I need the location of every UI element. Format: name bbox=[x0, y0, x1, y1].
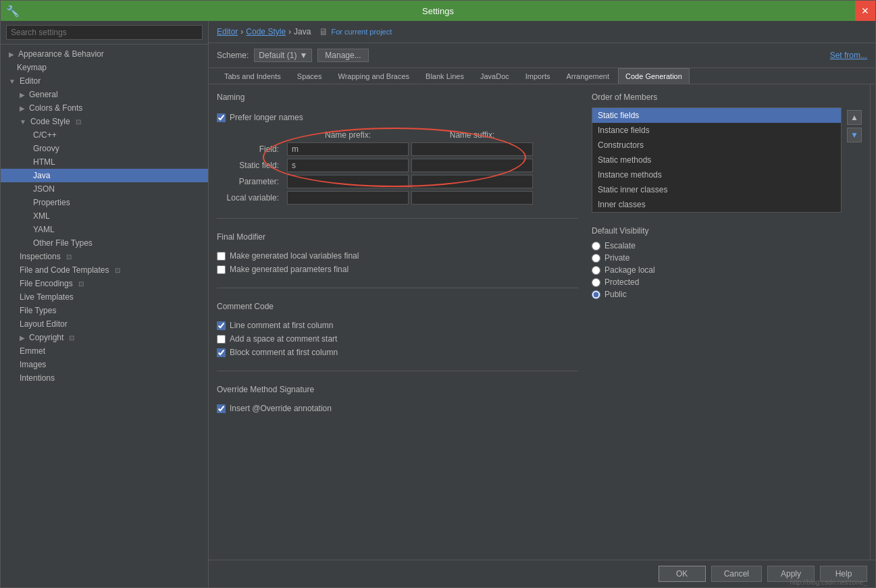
sidebar-item-cpp[interactable]: C/C++ bbox=[1, 128, 208, 142]
manage-button[interactable]: Manage... bbox=[317, 49, 368, 62]
order-item-inner-classes[interactable]: Inner classes bbox=[592, 197, 841, 212]
order-item-instance-fields[interactable]: Instance fields bbox=[592, 123, 841, 138]
sidebar-item-emmet[interactable]: Emmet bbox=[1, 344, 208, 358]
static-field-suffix-input[interactable] bbox=[411, 159, 533, 172]
sidebar-item-live-templates[interactable]: Live Templates bbox=[1, 290, 208, 304]
sidebar-item-properties[interactable]: Properties bbox=[1, 196, 208, 209]
sidebar-item-file-encodings[interactable]: File Encodings ⊡ bbox=[1, 277, 208, 290]
expand-arrow: ▶ bbox=[20, 91, 25, 99]
project-note: For current project bbox=[331, 28, 392, 36]
insert-override-checkbox[interactable] bbox=[217, 404, 226, 413]
copy-icon: ⊡ bbox=[115, 267, 120, 274]
visibility-protected-radio[interactable] bbox=[592, 278, 600, 287]
move-down-button[interactable]: ▼ bbox=[847, 128, 862, 142]
tab-tabs-indents[interactable]: Tabs and Indents bbox=[217, 68, 288, 84]
prefer-longer-label: Prefer longer names bbox=[230, 113, 303, 122]
visibility-escalate-radio[interactable] bbox=[592, 242, 600, 250]
sidebar-item-label: Properties bbox=[33, 198, 70, 207]
sidebar-item-editor[interactable]: ▼ Editor bbox=[1, 74, 208, 88]
sidebar-item-html[interactable]: HTML bbox=[1, 155, 208, 169]
sidebar-item-groovy[interactable]: Groovy bbox=[1, 142, 208, 155]
local-var-suffix-input[interactable] bbox=[411, 191, 533, 205]
tab-arrangement[interactable]: Arrangement bbox=[559, 68, 617, 84]
params-final-checkbox[interactable] bbox=[217, 265, 226, 274]
default-visibility-section: Default Visibility Escalate Private bbox=[592, 226, 862, 302]
separator-3 bbox=[217, 371, 578, 371]
breadcrumb-editor[interactable]: Editor bbox=[217, 27, 238, 36]
sidebar-item-images[interactable]: Images bbox=[1, 358, 208, 371]
parameter-suffix-input[interactable] bbox=[411, 175, 533, 188]
expand-arrow: ▶ bbox=[9, 51, 14, 58]
parameter-prefix-input[interactable] bbox=[287, 175, 409, 188]
order-item-constructors[interactable]: Constructors bbox=[592, 138, 841, 153]
tab-wrapping[interactable]: Wrapping and Braces bbox=[331, 68, 417, 84]
visibility-package-local-radio[interactable] bbox=[592, 266, 600, 275]
sidebar-item-java[interactable]: Java bbox=[1, 169, 208, 182]
visibility-private-radio[interactable] bbox=[592, 254, 600, 263]
prefer-longer-row: Prefer longer names bbox=[217, 113, 578, 122]
block-comment-label: Block comment at first column bbox=[230, 348, 338, 357]
sidebar-item-inspections[interactable]: Inspections ⊡ bbox=[1, 250, 208, 263]
sidebar-item-xml[interactable]: XML bbox=[1, 209, 208, 223]
project-note-icon: 🖥 bbox=[319, 26, 328, 37]
order-item-static-inner-classes[interactable]: Static inner classes bbox=[592, 182, 841, 197]
sidebar-item-label: Groovy bbox=[33, 144, 59, 153]
scheme-bar: Scheme: Default (1) ▼ Manage... Set from… bbox=[209, 43, 875, 68]
sidebar-item-file-code-templates[interactable]: File and Code Templates ⊡ bbox=[1, 263, 208, 277]
add-space-comment-label: Add a space at comment start bbox=[230, 334, 337, 344]
line-comment-row: Line comment at first column bbox=[217, 321, 578, 330]
static-field-prefix-input[interactable] bbox=[287, 159, 409, 172]
name-suffix-header: Name suffix: bbox=[411, 130, 533, 140]
ok-button[interactable]: OK bbox=[659, 566, 706, 582]
sidebar-item-file-types[interactable]: File Types bbox=[1, 304, 208, 317]
sidebar-item-json[interactable]: JSON bbox=[1, 182, 208, 196]
set-from-link[interactable]: Set from... bbox=[830, 51, 867, 60]
visibility-package-local-label: Package local bbox=[604, 265, 655, 275]
tab-javadoc[interactable]: JavaDoc bbox=[473, 68, 517, 84]
search-input[interactable] bbox=[6, 25, 203, 40]
breadcrumb-java: Java bbox=[294, 27, 311, 36]
sidebar-item-label: Keymap bbox=[17, 63, 47, 72]
sidebar-item-layout-editor[interactable]: Layout Editor bbox=[1, 317, 208, 331]
tab-spaces[interactable]: Spaces bbox=[290, 68, 330, 84]
sidebar-item-general[interactable]: ▶ General bbox=[1, 88, 208, 101]
sidebar-item-label: Layout Editor bbox=[20, 319, 68, 329]
line-comment-checkbox[interactable] bbox=[217, 321, 226, 330]
scheme-label: Scheme: bbox=[217, 51, 249, 60]
sidebar-item-yaml[interactable]: YAML bbox=[1, 223, 208, 236]
add-space-comment-checkbox[interactable] bbox=[217, 335, 226, 344]
sidebar-item-code-style[interactable]: ▼ Code Style ⊡ bbox=[1, 115, 208, 128]
scheme-dropdown[interactable]: Default (1) ▼ bbox=[254, 49, 312, 62]
sidebar-item-intentions[interactable]: Intentions bbox=[1, 371, 208, 385]
sidebar-item-copyright[interactable]: ▶ Copyright ⊡ bbox=[1, 331, 208, 344]
scrollbar-track[interactable] bbox=[870, 84, 875, 560]
field-suffix-input[interactable] bbox=[411, 142, 533, 156]
tab-imports[interactable]: Imports bbox=[518, 68, 558, 84]
sidebar-item-keymap[interactable]: Keymap bbox=[1, 61, 208, 74]
tab-blank-lines[interactable]: Blank Lines bbox=[418, 68, 471, 84]
order-item-static-fields[interactable]: Static fields bbox=[592, 108, 841, 123]
visibility-public-radio[interactable] bbox=[592, 290, 600, 299]
main-panel: Editor › Code Style › Java 🖥 For current… bbox=[209, 21, 875, 587]
naming-section: Naming Prefer longer names Name pr bbox=[217, 92, 578, 205]
local-var-prefix-input[interactable] bbox=[287, 191, 409, 205]
sidebar-item-label: Inspections bbox=[20, 252, 61, 261]
cancel-button[interactable]: Cancel bbox=[711, 566, 762, 582]
visibility-private-label: Private bbox=[604, 253, 629, 263]
prefer-longer-checkbox[interactable] bbox=[217, 113, 226, 122]
order-item-instance-methods[interactable]: Instance methods bbox=[592, 167, 841, 182]
sidebar-item-colors-fonts[interactable]: ▶ Colors & Fonts bbox=[1, 101, 208, 115]
move-up-button[interactable]: ▲ bbox=[847, 110, 862, 125]
tab-code-generation[interactable]: Code Generation bbox=[618, 68, 690, 84]
visibility-package-local-row: Package local bbox=[592, 265, 862, 275]
block-comment-checkbox[interactable] bbox=[217, 348, 226, 357]
panel-content: Naming Prefer longer names Name pr bbox=[209, 84, 870, 560]
close-button[interactable]: ✕ bbox=[855, 1, 875, 21]
order-item-static-methods[interactable]: Static methods bbox=[592, 153, 841, 167]
field-prefix-input[interactable] bbox=[287, 142, 409, 156]
sidebar-item-other-file-types[interactable]: Other File Types bbox=[1, 236, 208, 250]
copy-icon: ⊡ bbox=[66, 253, 72, 261]
sidebar-item-appearance[interactable]: ▶ Appearance & Behavior bbox=[1, 47, 208, 61]
local-vars-final-checkbox[interactable] bbox=[217, 252, 226, 261]
breadcrumb-code-style[interactable]: Code Style bbox=[246, 27, 286, 36]
